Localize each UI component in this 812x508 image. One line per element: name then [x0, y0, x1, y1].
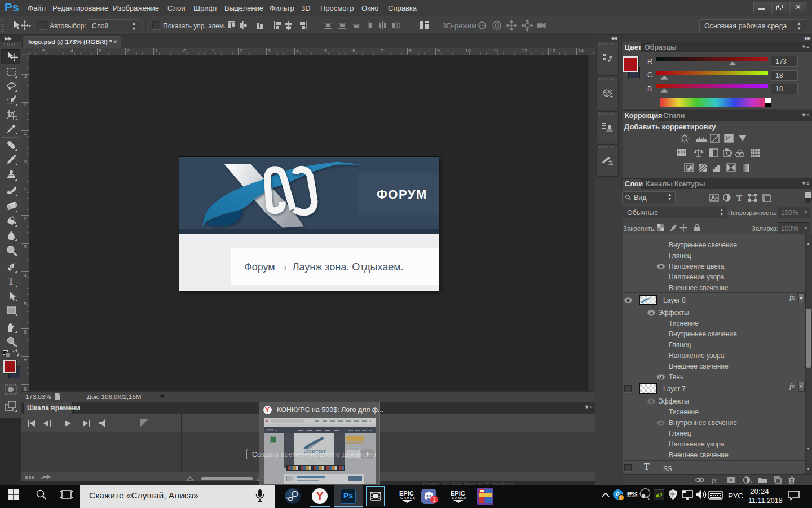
svg-text:fx: fx: [712, 476, 717, 484]
svg-text:T: T: [8, 276, 14, 287]
svg-text:T: T: [736, 194, 742, 202]
